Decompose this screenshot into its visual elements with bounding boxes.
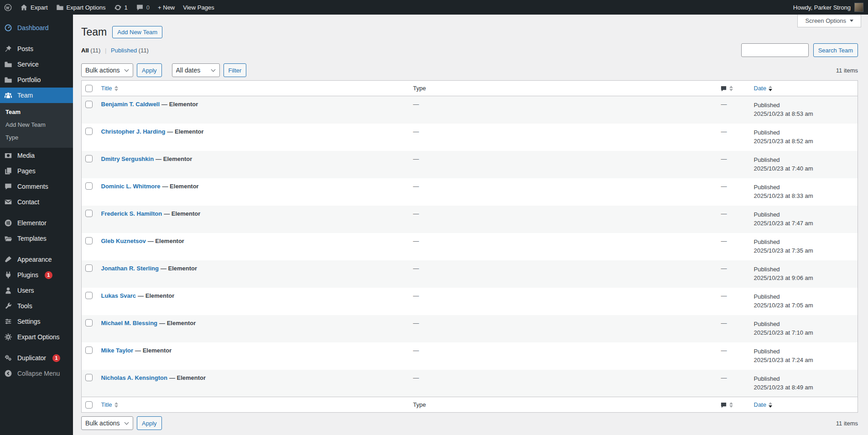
sidebar-item-expart-options[interactable]: Expart Options — [0, 329, 73, 345]
row-checkbox[interactable] — [85, 182, 93, 190]
sidebar-item-appearance[interactable]: Appearance — [0, 252, 73, 267]
all-dates-select[interactable]: All dates — [172, 63, 220, 77]
plug-icon — [4, 271, 13, 279]
screen-options-label: Screen Options — [805, 17, 846, 24]
sidebar-item-users[interactable]: Users — [0, 283, 73, 298]
sort-by-date-header[interactable]: Date — [754, 401, 772, 408]
row-checkbox[interactable] — [85, 264, 93, 272]
table-row: Jonathan R. Sterling— Elementor——Publish… — [82, 260, 858, 288]
comments-column-icon — [720, 401, 727, 408]
row-type-value: — — [413, 155, 419, 162]
row-status: Published — [754, 292, 853, 301]
search-team-button[interactable]: Search Team — [813, 43, 858, 57]
filter-all-link[interactable]: All — [81, 47, 89, 54]
update-count-badge: 1 — [52, 354, 60, 362]
select-all-checkbox[interactable] — [85, 85, 93, 92]
sidebar-item-dashboard[interactable]: Dashboard — [0, 20, 73, 36]
row-title-link[interactable]: Michael M. Blessing — [101, 320, 158, 326]
filter-button[interactable]: Filter — [223, 63, 247, 77]
gear-icon — [4, 333, 13, 341]
sort-by-comments-header[interactable] — [720, 401, 733, 408]
pages-icon — [4, 167, 13, 175]
sidebar-item-label: Settings — [17, 318, 41, 325]
submenu-item-team[interactable]: Team — [0, 106, 73, 119]
row-title-link[interactable]: Benjamin T. Caldwell — [101, 101, 160, 108]
sidebar-item-templates[interactable]: Templates — [0, 231, 73, 246]
apply-button[interactable]: Apply — [137, 416, 162, 430]
sidebar-item-collapse[interactable]: Collapse Menu — [0, 366, 73, 381]
adminbar-comments[interactable]: 0 — [132, 0, 154, 15]
filter-published-link[interactable]: Published — [111, 47, 137, 54]
bulk-actions-select[interactable]: Bulk actions — [81, 416, 133, 430]
adminbar-site-name[interactable]: Expart — [16, 0, 52, 15]
row-date: 2025/10/23 at 8:49 am — [754, 383, 853, 392]
row-title-link[interactable]: Nicholas A. Kensington — [101, 374, 167, 381]
sort-by-title-header[interactable]: Title — [101, 85, 118, 92]
media-icon — [4, 151, 13, 160]
adminbar-new-button[interactable]: + New — [154, 0, 179, 15]
submenu-item-type[interactable]: Type — [0, 131, 73, 144]
row-checkbox[interactable] — [85, 347, 93, 354]
sidebar-item-posts[interactable]: Posts — [0, 41, 73, 57]
add-new-team-button[interactable]: Add New Team — [112, 26, 162, 38]
row-post-state: — Elementor — [162, 183, 199, 190]
sort-by-date-header[interactable]: Date — [754, 85, 772, 92]
sort-icon — [729, 402, 733, 408]
row-checkbox[interactable] — [85, 210, 93, 217]
sidebar-item-comments[interactable]: Comments — [0, 179, 73, 194]
sidebar-item-portfolio[interactable]: Portfolio — [0, 72, 73, 88]
sidebar-item-team[interactable]: Team — [0, 88, 73, 103]
bulk-actions-select[interactable]: Bulk actions — [81, 63, 133, 77]
row-title-link[interactable]: Jonathan R. Sterling — [101, 265, 159, 272]
row-title-link[interactable]: Dominic L. Whitmore — [101, 183, 161, 190]
sidebar-item-label: Templates — [17, 235, 47, 242]
row-title-link[interactable]: Mike Taylor — [101, 347, 134, 354]
duplicator-icon — [4, 354, 13, 362]
row-checkbox[interactable] — [85, 319, 93, 326]
sidebar-item-settings[interactable]: Settings — [0, 314, 73, 329]
row-checkbox[interactable] — [85, 374, 93, 381]
row-date: 2025/10/23 at 7:40 am — [754, 164, 853, 173]
sort-by-comments-header[interactable] — [720, 84, 733, 92]
row-status: Published — [754, 128, 853, 137]
screen-options-button[interactable]: Screen Options — [797, 15, 861, 27]
dashboard-icon — [4, 24, 13, 32]
row-title-link[interactable]: Frederick S. Hamilton — [101, 210, 162, 217]
search-input[interactable] — [741, 43, 809, 57]
sidebar-item-elementor[interactable]: Elementor — [0, 215, 73, 231]
row-title-link[interactable]: Lukas Svarc — [101, 292, 136, 299]
wordpress-logo-icon[interactable] — [0, 0, 16, 15]
row-checkbox[interactable] — [85, 237, 93, 244]
adminbar-updates[interactable]: 1 — [110, 0, 132, 15]
folder-open-icon — [4, 234, 13, 243]
select-all-checkbox[interactable] — [85, 401, 93, 409]
envelope-icon — [4, 198, 13, 206]
row-post-state: — Elementor — [161, 101, 198, 108]
adminbar-view-pages[interactable]: View Pages — [179, 0, 218, 15]
sidebar-item-label: Duplicator — [17, 354, 46, 362]
row-checkbox[interactable] — [85, 155, 93, 162]
row-title-link[interactable]: Dmitry Sergushkin — [101, 155, 154, 162]
table-row: Frederick S. Hamilton— Elementor——Publis… — [82, 206, 858, 233]
row-checkbox[interactable] — [85, 128, 93, 135]
apply-button[interactable]: Apply — [137, 63, 162, 77]
row-checkbox[interactable] — [85, 292, 93, 299]
sidebar-item-service[interactable]: Service — [0, 57, 73, 72]
avatar[interactable] — [854, 3, 863, 12]
sidebar-item-pages[interactable]: Pages — [0, 163, 73, 179]
adminbar-howdy[interactable]: Howdy, Parker Strong — [793, 4, 851, 11]
sidebar-item-media[interactable]: Media — [0, 148, 73, 163]
sidebar-item-label: Team — [17, 92, 33, 99]
adminbar-expart-options[interactable]: Expart Options — [52, 0, 110, 15]
sort-by-title-header[interactable]: Title — [101, 401, 118, 408]
row-title-link[interactable]: Christopher J. Harding — [101, 128, 166, 135]
sidebar-item-plugins[interactable]: Plugins1 — [0, 267, 73, 283]
row-post-state: — Elementor — [161, 265, 197, 272]
sidebar-item-contact[interactable]: Contact — [0, 194, 73, 210]
row-title-link[interactable]: Gleb Kuznetsov — [101, 238, 146, 244]
row-checkbox[interactable] — [85, 101, 93, 108]
row-post-state: — Elementor — [159, 320, 196, 326]
sidebar-item-duplicator[interactable]: Duplicator1 — [0, 350, 73, 366]
submenu-item-add-new-team[interactable]: Add New Team — [0, 119, 73, 131]
sidebar-item-tools[interactable]: Tools — [0, 298, 73, 314]
